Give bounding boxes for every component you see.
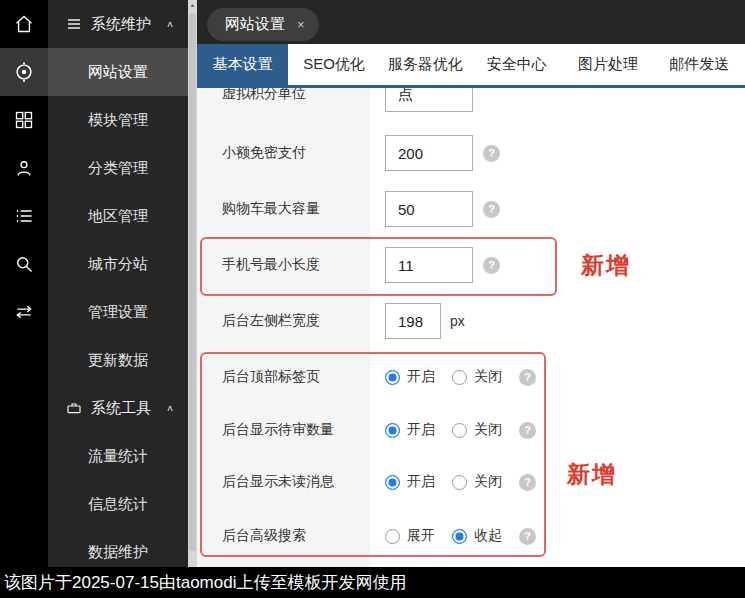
sidebar-item-label: 流量统计 xyxy=(88,447,148,466)
admin-app-window: 系统维护 ∧ 网站设置 模块管理 分类管理 地区管理 城市分站 管理设置 更新数… xyxy=(0,0,745,598)
field-label: 后台左侧栏宽度 xyxy=(222,312,320,330)
sidebar-item-city-subsites[interactable]: 城市分站 xyxy=(48,240,188,288)
annotation-box-new-group xyxy=(200,352,546,557)
sidebar-item-region-management[interactable]: 地区管理 xyxy=(48,192,188,240)
open-page-tab[interactable]: 网站设置 × xyxy=(207,8,319,41)
sidebar-item-label: 信息统计 xyxy=(88,495,148,514)
sidebar-item-label: 管理设置 xyxy=(88,303,148,322)
modules-grid-icon[interactable] xyxy=(0,96,48,144)
cart-max-capacity-input[interactable] xyxy=(385,191,473,227)
sidebar-scrollbar[interactable]: ▲ xyxy=(188,0,197,567)
tab-server-optimization[interactable]: 服务器优化 xyxy=(380,44,471,85)
toolbox-icon xyxy=(66,400,82,416)
watermark-bar: 该图片于2025-07-15由taomodi上传至模板开发网使用 xyxy=(0,567,745,598)
user-icon[interactable] xyxy=(0,144,48,192)
search-icon[interactable] xyxy=(0,240,48,288)
sidebar-group-label: 系统维护 xyxy=(91,15,166,34)
list-icon[interactable] xyxy=(0,192,48,240)
page-tab-strip: 网站设置 × xyxy=(197,0,745,44)
home-icon[interactable] xyxy=(0,0,48,48)
sidebar-item-label: 网站设置 xyxy=(88,63,148,82)
form-row-virtual-points-unit: 虚拟积分单位 xyxy=(197,88,745,112)
tab-security-center[interactable]: 安全中心 xyxy=(471,44,562,85)
help-icon[interactable]: ? xyxy=(483,145,500,162)
tab-image-processing[interactable]: 图片处理 xyxy=(562,44,653,85)
main-content: 网站设置 × 基本设置 SEO优化 服务器优化 安全中心 图片处理 邮件发送 虚… xyxy=(197,0,745,567)
hamburger-icon xyxy=(66,16,82,32)
sidebar-group-system-maintenance[interactable]: 系统维护 ∧ xyxy=(48,0,188,48)
sidebar-item-label: 模块管理 xyxy=(88,111,148,130)
tab-seo[interactable]: SEO优化 xyxy=(288,44,379,85)
form-row-cart-max-capacity: 购物车最大容量 ? xyxy=(197,191,745,227)
sidebar-item-category-management[interactable]: 分类管理 xyxy=(48,144,188,192)
sidebar-item-website-settings[interactable]: 网站设置 xyxy=(48,48,188,96)
sidebar-item-info-stats[interactable]: 信息统计 xyxy=(48,480,188,528)
settings-tabbar: 基本设置 SEO优化 服务器优化 安全中心 图片处理 邮件发送 xyxy=(197,44,745,88)
tab-mail-sending[interactable]: 邮件发送 xyxy=(654,44,745,85)
admin-sidebar-width-input[interactable] xyxy=(385,303,441,339)
sidebar-group-system-tools[interactable]: 系统工具 ∧ xyxy=(48,384,188,432)
annotation-new-badge: 新增 xyxy=(567,459,617,490)
unit-suffix: px xyxy=(450,313,465,329)
field-label: 虚拟积分单位 xyxy=(222,88,306,103)
sidebar-item-label: 分类管理 xyxy=(88,159,148,178)
open-page-tab-label: 网站设置 xyxy=(225,15,285,34)
scroll-up-arrow-icon[interactable]: ▲ xyxy=(188,2,197,8)
annotation-new-badge: 新增 xyxy=(581,250,631,281)
sidebar-menu: 系统维护 ∧ 网站设置 模块管理 分类管理 地区管理 城市分站 管理设置 更新数… xyxy=(48,0,188,567)
chevron-up-icon[interactable]: ∧ xyxy=(166,19,174,29)
sidebar-group-label: 系统工具 xyxy=(91,399,166,418)
sidebar-item-label: 数据维护 xyxy=(88,543,148,562)
sidebar-item-update-data[interactable]: 更新数据 xyxy=(48,336,188,384)
sidebar-item-label: 地区管理 xyxy=(88,207,148,226)
target-icon[interactable] xyxy=(0,48,48,96)
swap-icon[interactable] xyxy=(0,288,48,336)
annotation-box-new-field xyxy=(200,237,557,296)
form-row-admin-sidebar-width: 后台左侧栏宽度 px xyxy=(197,303,745,339)
scrollbar-thumb[interactable] xyxy=(189,13,196,551)
icon-rail xyxy=(0,0,48,567)
sidebar-item-traffic-stats[interactable]: 流量统计 xyxy=(48,432,188,480)
close-icon[interactable]: × xyxy=(297,17,305,32)
tab-basic-settings[interactable]: 基本设置 xyxy=(197,44,288,85)
small-amount-payment-input[interactable] xyxy=(385,135,473,171)
sidebar-item-module-management[interactable]: 模块管理 xyxy=(48,96,188,144)
help-icon[interactable]: ? xyxy=(483,201,500,218)
sidebar-item-label: 更新数据 xyxy=(88,351,148,370)
virtual-points-unit-input[interactable] xyxy=(385,88,473,112)
field-label: 购物车最大容量 xyxy=(222,200,320,218)
sidebar-item-admin-settings[interactable]: 管理设置 xyxy=(48,288,188,336)
sidebar-item-label: 城市分站 xyxy=(88,255,148,274)
settings-form: 虚拟积分单位 小额免密支付 ? 购物车最大容量 ? xyxy=(197,88,745,567)
form-row-small-amount-payment: 小额免密支付 ? xyxy=(197,135,745,171)
chevron-up-icon[interactable]: ∧ xyxy=(166,403,174,413)
watermark-text: 该图片于2025-07-15由taomodi上传至模板开发网使用 xyxy=(4,571,406,594)
field-label: 小额免密支付 xyxy=(222,144,306,162)
